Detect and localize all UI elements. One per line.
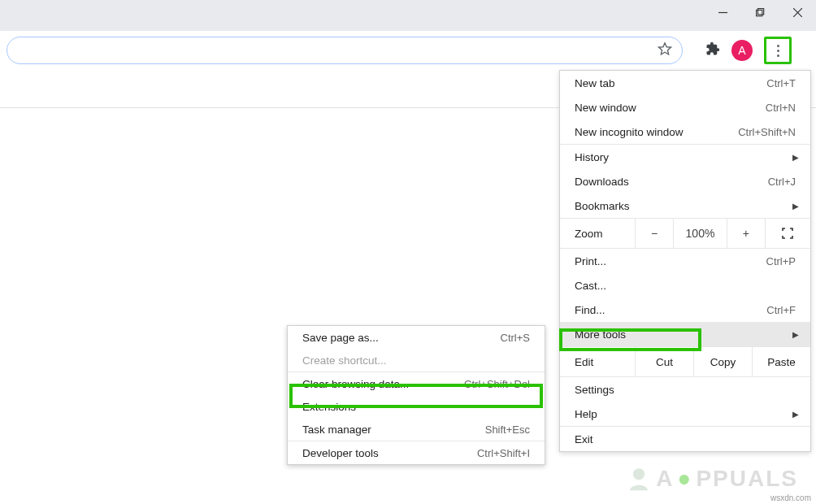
menu-cast[interactable]: Cast... bbox=[560, 273, 810, 298]
submenu-save-page[interactable]: Save page as...Ctrl+S bbox=[288, 326, 545, 349]
menu-new-tab[interactable]: New tabCtrl+T bbox=[560, 71, 810, 95]
avatar-letter: A bbox=[738, 44, 745, 57]
submenu-task-manager[interactable]: Task managerShift+Esc bbox=[288, 418, 545, 441]
menu-incognito[interactable]: New incognito windowCtrl+Shift+N bbox=[560, 119, 810, 144]
kebab-icon bbox=[777, 45, 779, 57]
submenu-clear-browsing-data[interactable]: Clear browsing data...Ctrl+Shift+Del bbox=[288, 372, 545, 395]
chevron-right-icon: ▶ bbox=[792, 330, 799, 339]
menu-help[interactable]: Help▶ bbox=[560, 402, 810, 426]
chevron-right-icon: ▶ bbox=[792, 410, 799, 419]
menu-zoom-row: Zoom − 100% + bbox=[560, 219, 810, 248]
chrome-menu-button[interactable] bbox=[764, 37, 792, 64]
extensions-icon[interactable] bbox=[705, 41, 720, 59]
menu-new-window[interactable]: New windowCtrl+N bbox=[560, 95, 810, 119]
close-button[interactable] bbox=[779, 0, 816, 24]
more-tools-submenu: Save page as...Ctrl+S Create shortcut...… bbox=[287, 325, 545, 465]
chevron-right-icon: ▶ bbox=[792, 202, 799, 211]
submenu-create-shortcut: Create shortcut... bbox=[288, 349, 545, 371]
menu-more-tools[interactable]: More tools▶ bbox=[560, 322, 810, 346]
copy-button[interactable]: Copy bbox=[693, 347, 752, 376]
minimize-button[interactable] bbox=[704, 0, 741, 24]
profile-avatar[interactable]: A bbox=[731, 40, 753, 61]
cut-button[interactable]: Cut bbox=[635, 347, 693, 376]
menu-bookmarks[interactable]: Bookmarks▶ bbox=[560, 193, 810, 218]
zoom-in-button[interactable]: + bbox=[727, 219, 765, 248]
zoom-out-button[interactable]: − bbox=[635, 219, 673, 248]
watermark: A●PPUALS bbox=[625, 465, 798, 493]
bookmark-star-icon[interactable] bbox=[658, 41, 672, 59]
menu-print[interactable]: Print...Ctrl+P bbox=[560, 249, 810, 273]
menu-downloads[interactable]: DownloadsCtrl+J bbox=[560, 169, 810, 193]
watermark-icon bbox=[625, 465, 653, 493]
fullscreen-button[interactable] bbox=[765, 219, 810, 248]
chrome-main-menu: New tabCtrl+T New windowCtrl+N New incog… bbox=[559, 70, 811, 452]
omnibox[interactable] bbox=[7, 37, 683, 64]
submenu-developer-tools[interactable]: Developer toolsCtrl+Shift+I bbox=[288, 441, 545, 464]
submenu-extensions[interactable]: Extensions bbox=[288, 395, 545, 418]
menu-edit-row: Edit Cut Copy Paste bbox=[560, 347, 810, 376]
svg-rect-2 bbox=[757, 8, 763, 14]
attribution: wsxdn.com bbox=[770, 493, 811, 502]
paste-button[interactable]: Paste bbox=[752, 347, 810, 376]
zoom-value: 100% bbox=[673, 219, 727, 248]
svg-rect-1 bbox=[756, 10, 762, 15]
svg-point-6 bbox=[633, 468, 645, 480]
titlebar bbox=[0, 0, 816, 31]
browser-toolbar: A bbox=[0, 31, 816, 70]
menu-settings[interactable]: Settings bbox=[560, 377, 810, 402]
zoom-label: Zoom bbox=[560, 228, 635, 240]
svg-marker-5 bbox=[659, 43, 671, 54]
chevron-right-icon: ▶ bbox=[792, 153, 799, 162]
maximize-button[interactable] bbox=[741, 0, 779, 24]
menu-find[interactable]: Find...Ctrl+F bbox=[560, 298, 810, 322]
menu-history[interactable]: History▶ bbox=[560, 145, 810, 169]
edit-label: Edit bbox=[560, 356, 635, 368]
menu-exit[interactable]: Exit bbox=[560, 427, 810, 451]
